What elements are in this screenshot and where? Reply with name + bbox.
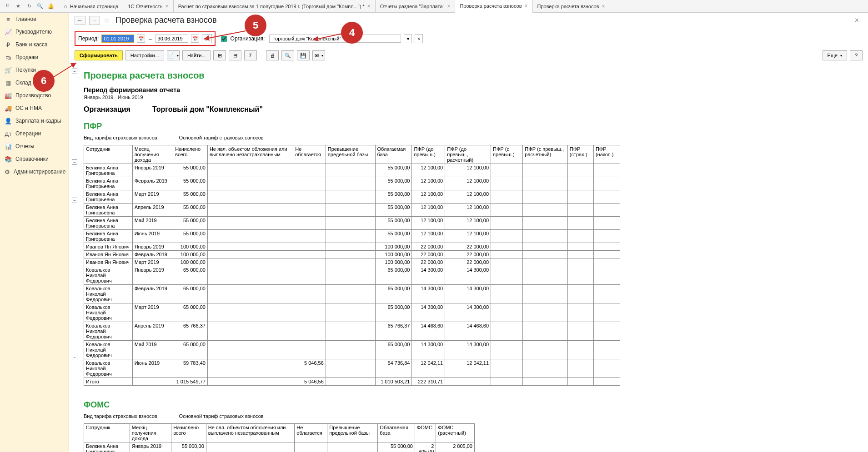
report-title: Проверка расчета взносов bbox=[84, 70, 861, 81]
sidebar-icon: 🚚 bbox=[5, 104, 12, 112]
tab-close-icon[interactable]: × bbox=[447, 3, 450, 10]
page-close-button[interactable]: × bbox=[851, 16, 863, 25]
column-header: ПФР (с превыш., расчетный) bbox=[523, 145, 567, 164]
sidebar-item[interactable]: 🚚ОС и НМА bbox=[0, 102, 69, 114]
search-icon[interactable]: 🔍 bbox=[35, 1, 45, 12]
section-pfr-title: ПФР bbox=[84, 122, 861, 131]
sidebar-icon: ₽ bbox=[5, 41, 12, 48]
apps-icon[interactable]: ⠿ bbox=[2, 1, 13, 12]
column-header: Начислено всего bbox=[173, 145, 208, 164]
table-row: Белкина Анна ГригорьевнаМарт 201955 000,… bbox=[84, 190, 620, 204]
org-dropdown-button[interactable]: ▾ bbox=[404, 34, 412, 43]
org-clear-button[interactable]: × bbox=[415, 34, 423, 43]
tab[interactable]: Проверка расчета взносов× bbox=[455, 0, 532, 13]
tab[interactable]: ⌂Начальная страница bbox=[59, 0, 123, 13]
preview-button[interactable]: 🔍 bbox=[281, 50, 294, 60]
table-row: Ковальков Николай ФедоровичЯнварь 201965… bbox=[84, 266, 620, 285]
table-row: Ковальков Николай ФедоровичФевраль 20196… bbox=[84, 285, 620, 303]
calendar-from-button[interactable]: 📅 bbox=[137, 35, 145, 43]
annotation-6: 6 bbox=[33, 70, 55, 92]
total-row: Итого1 015 549,775 046,561 010 503,21222… bbox=[84, 378, 620, 386]
history-icon[interactable]: ↻ bbox=[24, 1, 35, 12]
tabs-bar: ⌂Начальная страница1С-Отчетность×Расчет … bbox=[59, 0, 866, 13]
content: ← → ☆ Проверка расчета взносов × Период:… bbox=[69, 13, 868, 452]
tab-close-icon[interactable]: × bbox=[602, 3, 605, 10]
filter-row: Период: 📅 – 📅 … Организация: ▾ × bbox=[69, 30, 868, 48]
column-header: ПФР (с превыш.) bbox=[491, 145, 523, 164]
sidebar-label: ОС и НМА bbox=[15, 105, 42, 111]
sidebar-label: Операции bbox=[15, 130, 41, 137]
top-toolbar: ⠿ ★ ↻ 🔍 🔔 ⌂Начальная страница1С-Отчетнос… bbox=[0, 0, 868, 13]
sum-button[interactable]: Σ bbox=[244, 50, 257, 60]
star-icon[interactable]: ★ bbox=[13, 1, 24, 12]
print-button[interactable]: 🖨 bbox=[266, 50, 279, 60]
table-row: Иванов Ян ЯновичФевраль 2019100 000,0010… bbox=[84, 251, 620, 258]
email-dropdown-button[interactable]: ✉▾ bbox=[312, 50, 325, 60]
sidebar-item[interactable]: ДтОперации bbox=[0, 127, 69, 140]
period-label: Период: bbox=[78, 35, 99, 42]
options-dropdown-button[interactable]: 📄▾ bbox=[167, 50, 180, 60]
sidebar-label: Администрирование bbox=[14, 169, 65, 175]
date-to-input[interactable] bbox=[156, 35, 188, 43]
svg-line-0 bbox=[204, 31, 246, 39]
foms-table: СотрудникМесяц получения доходаНачислено… bbox=[84, 423, 475, 452]
tab-close-icon[interactable]: × bbox=[166, 3, 169, 10]
settings-button[interactable]: Настройки... bbox=[125, 50, 164, 60]
tab[interactable]: Проверка расчета взносов× bbox=[533, 0, 610, 13]
collapse-handle[interactable]: − bbox=[72, 198, 77, 203]
calendar-to-button[interactable]: 📅 bbox=[191, 35, 199, 43]
report-area: − − − − Проверка расчета взносов Период … bbox=[69, 63, 868, 452]
sidebar-item[interactable]: ⚙Администрирование bbox=[0, 165, 69, 178]
generate-button[interactable]: Сформировать bbox=[75, 50, 123, 60]
sidebar-item[interactable]: 📈Руководителю bbox=[0, 25, 69, 38]
sidebar-item[interactable]: 👤Зарплата и кадры bbox=[0, 114, 69, 127]
tab-label: Проверка расчета взносов bbox=[460, 3, 522, 9]
table-row: Белкина Анна ГригорьевнаЯнварь 201955 00… bbox=[84, 442, 475, 452]
tab-close-icon[interactable]: × bbox=[367, 3, 371, 10]
sidebar-item[interactable]: ₽Банк и касса bbox=[0, 38, 69, 51]
sidebar-label: Справочники bbox=[15, 156, 49, 162]
column-header: Не облагается bbox=[293, 145, 326, 164]
column-header: Месяц получения дохода bbox=[130, 424, 171, 442]
expand-button[interactable]: ⊞ bbox=[213, 50, 226, 60]
forward-button[interactable]: → bbox=[89, 16, 100, 25]
table-row: Ковальков Николай ФедоровичИюнь 201959 7… bbox=[84, 359, 620, 378]
column-header: Не облагается bbox=[295, 424, 327, 442]
sidebar-item[interactable]: 🏭Производство bbox=[0, 89, 69, 102]
sidebar-icon: 📊 bbox=[5, 143, 12, 150]
sidebar-icon: 👤 bbox=[5, 117, 12, 124]
annotation-4: 4 bbox=[341, 22, 363, 44]
sidebar-item[interactable]: 📚Справочники bbox=[0, 153, 69, 165]
collapse-button[interactable]: ⊟ bbox=[229, 50, 241, 60]
favorite-button[interactable]: ☆ bbox=[104, 16, 110, 25]
sidebar-icon: 🏭 bbox=[5, 92, 12, 99]
find-button[interactable]: Найти... bbox=[182, 50, 211, 60]
table-row: Иванов Ян ЯновичМарт 2019100 000,00100 0… bbox=[84, 258, 620, 266]
back-button[interactable]: ← bbox=[75, 16, 85, 25]
tab-label: Расчет по страховым взносам за 1 полугод… bbox=[178, 4, 365, 9]
column-header: Сотрудник bbox=[84, 424, 130, 442]
collapse-handle[interactable]: − bbox=[72, 159, 77, 165]
column-header: Месяц получения дохода bbox=[132, 145, 173, 164]
tab[interactable]: Отчеты раздела "Зарплата"× bbox=[376, 0, 456, 13]
tab[interactable]: Расчет по страховым взносам за 1 полугод… bbox=[174, 0, 376, 13]
sidebar-label: Отчеты bbox=[15, 143, 34, 149]
tariff-row: Вид тарифа страховых взносов Основной та… bbox=[84, 135, 861, 140]
bell-icon[interactable]: 🔔 bbox=[45, 1, 56, 12]
sidebar-item[interactable]: 📊Отчеты bbox=[0, 140, 69, 153]
help-button[interactable]: ? bbox=[850, 50, 863, 60]
save-button[interactable]: 💾 bbox=[297, 50, 310, 60]
column-header: ФОМС (расчетный) bbox=[436, 424, 475, 442]
collapse-handle[interactable]: − bbox=[72, 355, 77, 360]
more-button[interactable]: Еще▾ bbox=[823, 50, 847, 60]
sidebar-label: Банк и касса bbox=[15, 41, 48, 48]
table-row: Белкина Анна ГригорьевнаМай 201955 000,0… bbox=[84, 217, 620, 230]
tab-close-icon[interactable]: × bbox=[524, 3, 527, 9]
org-value-report: Торговый дом "Комплексный" bbox=[152, 105, 263, 114]
tab[interactable]: 1С-Отчетность× bbox=[123, 0, 173, 13]
sidebar-icon: 📚 bbox=[5, 155, 12, 163]
sidebar-item[interactable]: ≡Главное bbox=[0, 13, 69, 25]
tab-label: Начальная страница bbox=[70, 4, 118, 9]
date-from-input[interactable] bbox=[101, 35, 134, 43]
table-row: Ковальков Николай ФедоровичМай 201965 00… bbox=[84, 341, 620, 359]
